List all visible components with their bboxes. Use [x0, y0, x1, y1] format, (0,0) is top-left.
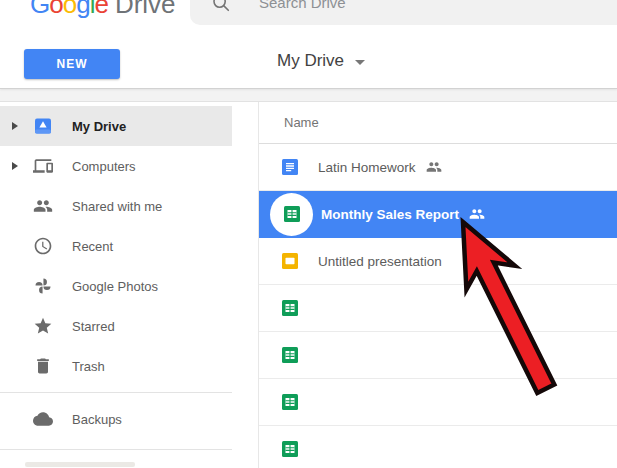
- clock-icon: [33, 236, 53, 256]
- sidebar-item-label: Shared with me: [72, 199, 162, 214]
- logo-letter: G: [30, 0, 49, 19]
- sidebar-item-google-photos[interactable]: Google Photos: [0, 266, 232, 306]
- devices-icon: [33, 156, 53, 176]
- file-row-spreadsheet[interactable]: [259, 379, 617, 426]
- sidebar-item-label: Computers: [72, 159, 136, 174]
- search-input[interactable]: Search Drive: [190, 0, 617, 25]
- file-row-latin-homework[interactable]: Latin Homework: [259, 144, 617, 191]
- star-icon: [33, 316, 53, 336]
- google-sheets-icon: [282, 441, 298, 457]
- file-row-spreadsheet[interactable]: [259, 285, 617, 332]
- sidebar-item-trash[interactable]: Trash: [0, 346, 232, 386]
- clipped-bottom-element: [25, 462, 135, 467]
- google-sheets-icon: [282, 394, 298, 410]
- chevron-down-icon: [355, 60, 365, 65]
- photos-icon: [33, 276, 53, 296]
- navigation-sidebar: My Drive Computers Shared with me Recent: [0, 102, 232, 468]
- google-docs-icon: [282, 159, 298, 175]
- sidebar-divider: [0, 449, 232, 450]
- sidebar-item-label: Google Photos: [72, 279, 158, 294]
- file-row-monthly-sales-report[interactable]: Monthly Sales Report: [259, 191, 617, 238]
- cloud-icon: [33, 409, 53, 429]
- sidebar-item-label: Backups: [72, 412, 122, 427]
- logo-letter: o: [49, 0, 62, 19]
- new-button[interactable]: NEW: [24, 49, 120, 79]
- file-row-spreadsheet[interactable]: [259, 332, 617, 379]
- sidebar-item-label: Trash: [72, 359, 105, 374]
- logo-product-name: Drive: [115, 0, 176, 19]
- my-drive-breadcrumb-dropdown[interactable]: My Drive: [277, 51, 365, 71]
- file-row-spreadsheet[interactable]: [259, 426, 617, 468]
- sidebar-item-label: Starred: [72, 319, 115, 334]
- file-row-untitled-presentation[interactable]: Untitled presentation: [259, 238, 617, 285]
- file-name: Monthly Sales Report: [321, 207, 459, 222]
- google-sheets-icon: [282, 347, 298, 363]
- people-icon: [33, 196, 53, 216]
- sidebar-divider: [0, 392, 232, 393]
- logo-letter: o: [63, 0, 76, 19]
- trash-icon: [33, 356, 53, 376]
- google-slides-icon: [282, 253, 298, 269]
- page-title: My Drive: [277, 51, 344, 71]
- name-column-header[interactable]: Name: [259, 102, 617, 144]
- google-drive-window: GoogleDrive Search Drive NEW My Drive My…: [0, 0, 617, 468]
- file-name: Latin Homework: [318, 160, 416, 175]
- file-name: Untitled presentation: [318, 254, 442, 269]
- sidebar-item-label: Recent: [72, 239, 113, 254]
- sidebar-item-backups[interactable]: Backups: [0, 399, 232, 439]
- top-header: GoogleDrive Search Drive NEW My Drive: [0, 0, 617, 89]
- sidebar-item-computers[interactable]: Computers: [0, 146, 232, 186]
- shared-people-icon: [426, 159, 442, 175]
- logo-letter: e: [94, 0, 107, 19]
- expand-arrow-icon[interactable]: [12, 122, 18, 130]
- sidebar-item-my-drive[interactable]: My Drive: [0, 106, 232, 146]
- search-icon: [211, 0, 231, 13]
- drive-icon: [33, 116, 53, 136]
- google-drive-logo: GoogleDrive: [30, 0, 176, 20]
- search-placeholder: Search Drive: [259, 0, 346, 11]
- sidebar-item-label: My Drive: [72, 119, 126, 134]
- google-sheets-icon: [282, 300, 298, 316]
- sidebar-item-shared-with-me[interactable]: Shared with me: [0, 186, 232, 226]
- file-list-panel: Name Latin Homework Monthly Sales Report…: [258, 102, 617, 468]
- sidebar-item-starred[interactable]: Starred: [0, 306, 232, 346]
- google-sheets-icon: [284, 206, 300, 222]
- logo-letter: g: [76, 0, 89, 19]
- shared-people-icon: [469, 206, 485, 222]
- header-divider-band: [0, 89, 617, 102]
- sidebar-item-recent[interactable]: Recent: [0, 226, 232, 266]
- expand-arrow-icon[interactable]: [12, 162, 18, 170]
- column-header-label: Name: [284, 115, 319, 130]
